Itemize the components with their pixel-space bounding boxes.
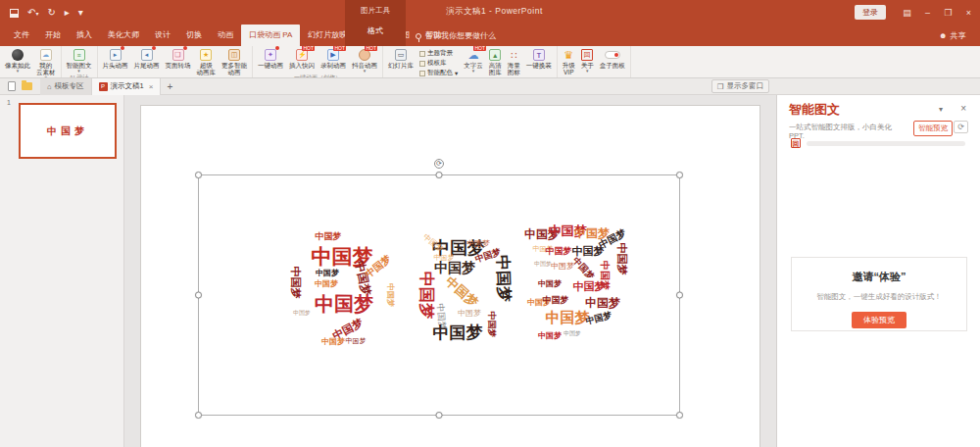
button-label: 超级 xyxy=(200,62,213,69)
close-icon[interactable]: × xyxy=(958,0,979,25)
share-button[interactable]: ☻ 共享 xyxy=(939,30,965,41)
wordcloud-word: 中国梦 xyxy=(543,294,569,307)
tab-5[interactable]: 设计 xyxy=(147,25,178,46)
restore-icon[interactable]: ❐ xyxy=(938,0,958,25)
new-dot-badge xyxy=(152,46,156,50)
thumbnail-wordcloud: 中国梦 xyxy=(47,124,88,138)
ribbon-button-outfit[interactable]: T一键换装 xyxy=(523,47,555,69)
icon-wrap xyxy=(12,48,24,62)
icon-wrap: ◂ xyxy=(141,48,153,62)
tellme-search[interactable]: 告诉我你想要做什么 xyxy=(416,30,496,41)
minimize-icon[interactable]: – xyxy=(917,0,938,25)
smart-doc-icon: ≡ xyxy=(74,49,85,61)
ribbon-small-button[interactable]: 智能配色▾ xyxy=(419,69,458,77)
smart-preview-button[interactable]: 智能预览 xyxy=(913,121,953,136)
ribbon-button-toggle[interactable]: 盒子面板 xyxy=(597,47,628,69)
wordcloud-word: 中国梦 xyxy=(466,238,490,249)
button-label: 片头动画 xyxy=(103,62,128,69)
ribbon-button-cube[interactable]: ◫更多智能动画 xyxy=(219,47,250,75)
wordcloud-word: 中国梦 xyxy=(546,309,590,327)
ribbon-button-magic-wand[interactable]: ✦一键动画 xyxy=(255,47,286,69)
avatar-icon xyxy=(12,49,24,61)
button-label: 我的 xyxy=(39,62,52,69)
ribbon-small-button[interactable]: 主题背景 xyxy=(419,49,458,58)
qat-customize-icon[interactable]: ▾ xyxy=(78,8,83,18)
pane-close-icon[interactable]: × xyxy=(960,103,966,114)
icon-wrap: ≡ xyxy=(74,48,85,62)
wordcloud-word: 中国梦 xyxy=(434,253,455,263)
icon-wrap: ◫ xyxy=(228,48,240,62)
icon-wrap xyxy=(605,48,620,62)
refresh-icon[interactable]: ⟳ xyxy=(954,121,968,133)
ribbon-button-crown[interactable]: ♛升级VIP xyxy=(560,47,578,75)
ribbon-button-cloud-folder[interactable]: ☁我的云素材▾ xyxy=(33,47,59,78)
ribbon-button-monkey[interactable]: HOT抖音动画▾ xyxy=(349,47,380,73)
ribbon-button-film-end[interactable]: ◂片尾动画 xyxy=(131,47,163,69)
new-document-icon[interactable] xyxy=(8,81,16,91)
picture-tools-contextual: 图片工具 格式 xyxy=(345,0,406,46)
main-content: 1 中国梦 中国梦中国梦中国梦中国梦中国梦中国梦中国梦中国梦中国梦中国梦中国梦中… xyxy=(0,95,980,447)
wordcloud-word: 中国梦 xyxy=(573,279,606,294)
new-tab-icon[interactable]: + xyxy=(167,81,172,92)
tab-3[interactable]: 插入 xyxy=(69,25,100,46)
ribbon-button-pa-logo[interactable]: 回关于▾ xyxy=(578,47,597,73)
icon-wrap: ⚡HOT xyxy=(296,48,308,62)
ribbon-button-film-start[interactable]: ▸片头动画 xyxy=(100,47,131,69)
login-button[interactable]: 登录 xyxy=(855,5,886,20)
ribbon-button-smart-doc[interactable]: ≡智能图文▾ xyxy=(64,47,95,73)
tab-7[interactable]: 动画 xyxy=(210,25,241,46)
close-tab-icon[interactable]: × xyxy=(149,82,154,91)
tab-8[interactable]: 口袋动画 PA xyxy=(241,25,300,46)
ribbon-small-button[interactable]: 模板库 xyxy=(419,59,458,68)
show-windows-button[interactable]: ❐ 显示多窗口 xyxy=(711,79,769,93)
ribbon-button-avatar[interactable]: 像素如此▾ xyxy=(2,47,33,73)
slide-canvas[interactable]: 中国梦中国梦中国梦中国梦中国梦中国梦中国梦中国梦中国梦中国梦中国梦中国梦中国梦中… xyxy=(140,105,760,447)
icon-wrap: ★ xyxy=(200,48,212,62)
redo-icon[interactable]: ↻ xyxy=(47,8,55,18)
ribbon-button-flash-doc[interactable]: ⚡HOT插入快闪 xyxy=(286,47,318,69)
ribbon-group: ✦一键动画⚡HOT插入快闪▶HOT录制动画HOT抖音动画▾一键动画（创作） xyxy=(253,46,383,77)
tab-2[interactable]: 开始 xyxy=(37,25,69,46)
icons-grid-icon: ∷ xyxy=(508,49,519,61)
ribbon-button-slide-lib[interactable]: ▭幻灯片库 xyxy=(385,47,416,69)
ribbon-button-star-lib[interactable]: ★超级动画库 xyxy=(194,47,220,75)
ribbon-button-transition[interactable]: ❏页面转场 xyxy=(163,47,194,69)
hot-badge: HOT xyxy=(333,46,346,51)
powerpoint-window: ↶▾ ↻ ▸ ▾ 演示文稿1 - PowerPoint 登录 ▤ – ❐ × 文… xyxy=(0,0,980,447)
icon-wrap: ▭ xyxy=(395,48,407,62)
ribbon-group-buttons: ▭幻灯片库主题背景模板库智能配色▾☁HOT文字云▾▲高清图库∷海量图标T一键换装 xyxy=(385,47,555,77)
wordcloud-word: 中国梦 xyxy=(458,308,481,319)
icon-wrap: ♛ xyxy=(563,48,574,62)
tab-document[interactable]: P 演示文稿1 × xyxy=(91,78,162,95)
experience-preview-button[interactable]: 体验预览 xyxy=(852,312,906,328)
chevron-down-icon: ▾ xyxy=(17,69,20,73)
window-title: 演示文稿1 - PowerPoint xyxy=(446,6,543,18)
tab-1[interactable]: 文件 xyxy=(6,25,37,46)
tab-template-zone[interactable]: ⌂ 模板专区 xyxy=(40,78,91,95)
save-icon[interactable] xyxy=(10,9,19,18)
undo-icon[interactable]: ↶▾ xyxy=(27,8,38,19)
tellme-icon xyxy=(416,33,421,39)
tab-format[interactable]: 格式 xyxy=(368,25,383,36)
windows-icon: ❐ xyxy=(717,82,724,91)
ribbon-group-buttons: 像素如此▾☁我的云素材▾ xyxy=(2,47,59,78)
wordcloud-image[interactable]: 中国梦中国梦中国梦中国梦中国梦中国梦中国梦中国梦中国梦中国梦中国梦中国梦中国梦中… xyxy=(141,106,760,447)
start-slideshow-icon[interactable]: ▸ xyxy=(65,8,70,18)
pa-logo-icon: 回 xyxy=(791,138,801,148)
ribbon-display-options-icon[interactable]: ▤ xyxy=(897,0,917,25)
wordcloud-word: 中国梦 xyxy=(585,295,620,312)
wordcloud-word: 中国梦 xyxy=(321,336,345,347)
ribbon-group: ≡智能图文▾AI 设计 xyxy=(62,46,98,77)
ribbon-button-word-cloud[interactable]: ☁HOT文字云▾ xyxy=(461,47,486,73)
ribbon-button-icons-grid[interactable]: ∷海量图标 xyxy=(505,47,523,75)
ribbon-button-record[interactable]: ▶HOT录制动画 xyxy=(318,47,349,69)
open-folder-icon[interactable] xyxy=(22,82,32,90)
tab-4[interactable]: 美化大师 xyxy=(100,25,147,46)
slide-thumbnail[interactable]: 中国梦 xyxy=(19,103,117,159)
transition-icon: ❏ xyxy=(172,49,184,61)
pane-dropdown-icon[interactable]: ▾ xyxy=(939,105,943,114)
ribbon-button-hd-image[interactable]: ▲高清图库 xyxy=(486,47,505,75)
slide-editing-area[interactable]: 中国梦中国梦中国梦中国梦中国梦中国梦中国梦中国梦中国梦中国梦中国梦中国梦中国梦中… xyxy=(124,95,776,447)
home-icon: ⌂ xyxy=(47,82,52,91)
tab-6[interactable]: 切换 xyxy=(178,25,210,46)
